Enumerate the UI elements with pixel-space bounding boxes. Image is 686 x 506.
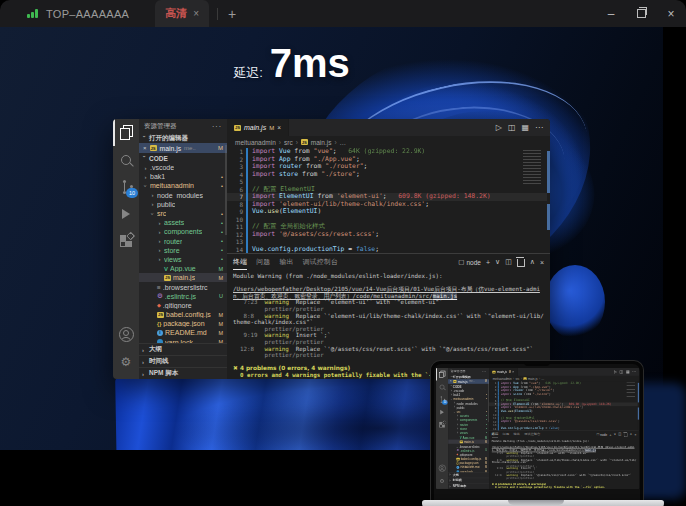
files-icon	[120, 125, 133, 140]
split-editor-icon[interactable]: ◫	[508, 123, 516, 132]
tree-item[interactable]: {}package.jsonM	[139, 319, 227, 328]
tree-item[interactable]: VApp.vueM	[139, 264, 227, 273]
tree-item-label: meituanadmin	[150, 182, 194, 189]
js-file-icon: JS	[301, 139, 308, 145]
panel-tab-问题[interactable]: 问题	[256, 254, 270, 270]
tree-item[interactable]: ›public	[139, 200, 227, 209]
session-tab-hd[interactable]: 高清 ×	[155, 0, 209, 27]
breadcrumb-item[interactable]: main.js	[311, 139, 332, 146]
vscode-window[interactable]: 10 ⚙ 资源管理器 ··· › 打开的	[113, 119, 550, 379]
sidebar-section-NPM 脚本[interactable]: ›NPM 脚本	[139, 367, 227, 379]
code-line-content: import store from "./store";	[246, 171, 360, 179]
tree-item[interactable]: ≡.browserslistrc	[139, 282, 227, 291]
close-button[interactable]: ×	[656, 0, 686, 27]
panel-tab-调试控制台[interactable]: 调试控制台	[303, 254, 338, 270]
tree-item[interactable]: ◆.gitignore	[139, 301, 227, 310]
editor-tabbar: JS main.js M × ▷ ◫ ▦ ⋯	[227, 119, 550, 136]
breadcrumb-item[interactable]: src	[284, 139, 293, 146]
activitybar-search[interactable]	[113, 146, 139, 173]
titlebar[interactable]: TOP–AAAAAAA 高清 × + – ×	[0, 0, 686, 27]
activitybar-source-control[interactable]: 10	[113, 173, 139, 200]
tree-item[interactable]: ›components•	[139, 227, 227, 236]
tree-item[interactable]: ›node_modules	[139, 191, 227, 200]
chevron-down-icon: ›	[142, 136, 148, 141]
tree-item[interactable]: ›views•	[139, 255, 227, 264]
tree-item[interactable]: ›assets•	[139, 218, 227, 227]
open-editors-section[interactable]: › 打开的编辑器	[139, 133, 227, 143]
activitybar-settings[interactable]: ⚙	[113, 348, 139, 375]
new-tab-button[interactable]: +	[224, 7, 240, 21]
code-line[interactable]: 14Vue.config.productionTip = false;	[227, 246, 550, 254]
minimize-button[interactable]: –	[596, 0, 626, 27]
restore-icon	[637, 9, 646, 18]
sidebar-scrollbar[interactable]	[225, 145, 227, 235]
shell-selector[interactable]: ▢ node	[458, 258, 481, 266]
tree-item[interactable]: ›bak1•	[139, 172, 227, 181]
git-status-badge: •	[221, 211, 223, 217]
activitybar-explorer[interactable]	[113, 119, 139, 146]
breadcrumb-item[interactable]: …	[340, 139, 347, 146]
minimap[interactable]	[523, 150, 545, 250]
tree-item[interactable]: JSbabel.config.jsM	[139, 310, 227, 319]
kill-terminal-icon[interactable]	[517, 259, 525, 267]
panel-tab-输出[interactable]: 输出	[279, 254, 293, 270]
tree-item[interactable]: ›store•	[139, 246, 227, 255]
layout-icon[interactable]: ▦	[521, 123, 529, 132]
code-line[interactable]: 4import store from "./store";	[227, 171, 550, 179]
open-editor-item[interactable]: × JS main.js me.. M	[139, 143, 227, 153]
more-actions-icon[interactable]: ⋯	[535, 123, 543, 132]
workspace-section[interactable]: › CODE	[139, 153, 227, 163]
git-status-badge: •	[221, 229, 223, 235]
remote-desktop-viewport[interactable]: 延迟: 7ms 10 ⚙	[0, 27, 686, 506]
chevron-down-icon[interactable]: ∨	[495, 258, 500, 266]
code-line-content: import '@/assets/css/reset.scss';	[246, 231, 379, 239]
tree-item[interactable]: iREADME.mdM	[139, 328, 227, 337]
maximize-panel-icon[interactable]: ∧	[530, 258, 535, 266]
tree-item[interactable]: ›meituanadmin•	[139, 181, 227, 190]
code-editor[interactable]: 1import Vue from "vue"; 64K (gzipped: 22…	[227, 148, 550, 253]
git-status-badge: M	[218, 312, 223, 318]
js-file-icon: JS	[157, 312, 164, 318]
explorer-more-actions-icon[interactable]: ···	[212, 123, 222, 130]
git-status-badge: •	[221, 183, 223, 189]
panel-toolbar: ▢ node + ∨ ◫ ∧ ×	[458, 257, 544, 267]
tab-filename: main.js	[244, 124, 266, 131]
tree-item[interactable]: ⚙.eslintrc.jsU	[139, 292, 227, 301]
tree-item[interactable]: JSmain.jsM	[139, 273, 227, 282]
tree-item-label: bak1	[150, 173, 165, 180]
activitybar-account[interactable]	[113, 321, 139, 348]
overview-ruler[interactable]	[547, 148, 550, 253]
close-icon[interactable]: ×	[143, 145, 147, 151]
close-icon[interactable]: ×	[277, 124, 281, 131]
line-number: 7	[227, 193, 246, 201]
line-number: 4	[227, 171, 246, 179]
code-line[interactable]: 9Vue.use(ElementUI)	[227, 208, 550, 216]
activitybar-run-debug[interactable]	[113, 200, 139, 227]
run-icon[interactable]: ▷	[496, 123, 502, 132]
code-line[interactable]: 12import '@/assets/css/reset.scss';	[227, 231, 550, 239]
terminal-line: prettier/prettier	[233, 326, 544, 333]
breadcrumb-item[interactable]: meituanadmin	[235, 139, 276, 146]
latency-value: 7ms	[270, 44, 350, 82]
close-tab-icon[interactable]: ×	[193, 8, 199, 19]
maximize-button[interactable]	[626, 0, 656, 27]
shell-name: node	[466, 259, 480, 266]
activitybar-extensions[interactable]	[113, 227, 139, 254]
sidebar-section-时间线[interactable]: ›时间线	[139, 355, 227, 367]
panel-tab-终端[interactable]: 终端	[233, 254, 247, 270]
sidebar-section-大纲[interactable]: ›大纲	[139, 343, 227, 355]
split-terminal-icon[interactable]: ◫	[505, 258, 512, 266]
new-terminal-icon[interactable]: +	[486, 259, 490, 266]
editor-tab-mainjs[interactable]: JS main.js M ×	[227, 119, 289, 136]
session-tab-label: 高清	[165, 6, 187, 21]
close-panel-icon[interactable]: ×	[540, 259, 544, 266]
chevron-icon: ›	[150, 201, 155, 207]
tree-item[interactable]: ›src•	[139, 209, 227, 218]
tree-item[interactable]: ›router•	[139, 237, 227, 246]
tree-item-label: .gitignore	[163, 302, 192, 309]
tree-item[interactable]: ›.vscode	[139, 163, 227, 172]
terminal-line: Module Warning (from ./node_modules/esli…	[233, 273, 544, 280]
git-status-badge: M	[218, 266, 223, 272]
chevron-down-icon: ›	[142, 156, 148, 161]
chevron-right-icon: ›	[142, 359, 147, 365]
